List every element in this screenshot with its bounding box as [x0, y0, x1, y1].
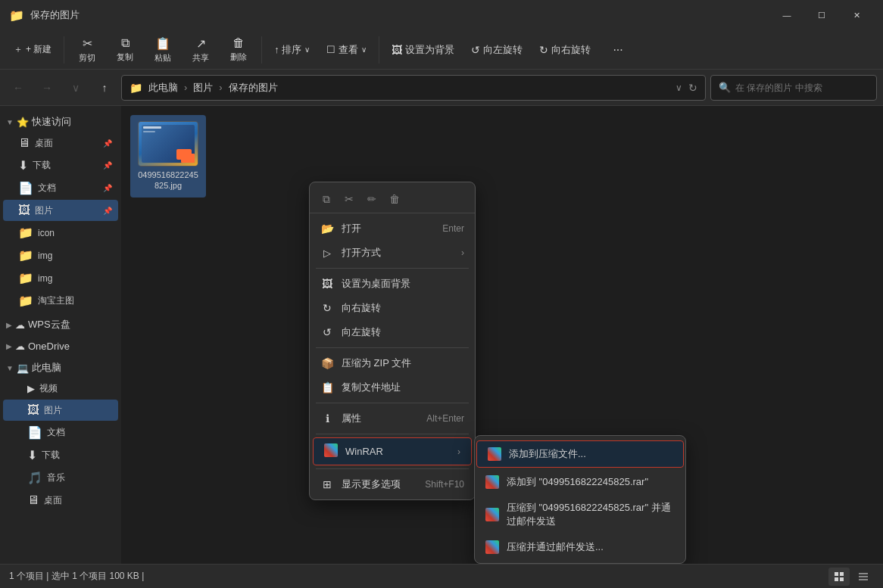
sidebar-item-img-folder[interactable]: 📁 img — [3, 244, 118, 266]
title-bar: 📁 保存的图片 — ☐ ✕ — [0, 0, 883, 30]
ctx-delete-button[interactable]: 🗑 — [384, 188, 405, 210]
chevron-down-icon: ▼ — [6, 364, 14, 372]
new-button[interactable]: ＋ + 新建 — [6, 33, 59, 67]
sidebar-item-video[interactable]: ▶ 视频 — [3, 378, 118, 399]
grid-icon — [834, 571, 844, 582]
sidebar-item-desktop[interactable]: 🖥 桌面 📌 — [3, 132, 118, 154]
rotate-left-button[interactable]: ↺ 向左旋转 — [463, 33, 530, 67]
share-icon: ↗ — [196, 36, 206, 51]
arrow-right-icon: › — [457, 446, 460, 457]
file-item[interactable]: ☐ ⧉ ↗ 🗑 0499516822245825.jpg — [130, 115, 206, 198]
set-bg-button[interactable]: 🖼 设置为背景 — [384, 33, 462, 67]
sidebar-item-documents-pc[interactable]: 📄 文档 — [3, 422, 118, 443]
folder-icon: 📁 — [18, 294, 33, 308]
ctx-properties[interactable]: ℹ 属性 Alt+Enter — [310, 406, 475, 431]
refresh-button[interactable]: ↻ — [688, 82, 697, 94]
pictures-icon: 🖼 — [18, 204, 30, 217]
ctx-separator-2 — [316, 347, 469, 348]
svg-rect-3 — [840, 577, 844, 581]
sort-chevron-icon: ∨ — [304, 45, 310, 54]
view-button[interactable]: ☐ 查看 ∨ — [319, 33, 374, 67]
svg-rect-1 — [840, 572, 844, 576]
sidebar-section-wps: ▶ ☁ WPS云盘 — [0, 315, 121, 334]
ctx-scissors-button[interactable]: ✂ — [339, 188, 360, 210]
path-chevron-icon[interactable]: ∨ — [676, 82, 682, 93]
ctx-separator-4 — [316, 434, 469, 434]
more-button[interactable]: ··· — [600, 33, 636, 67]
paste-icon: 📋 — [155, 36, 170, 51]
sidebar-item-downloads-pc[interactable]: ⬇ 下载 — [3, 444, 118, 466]
view-list-button[interactable] — [853, 568, 874, 586]
openwith-icon: ▷ — [320, 247, 334, 259]
ctx-add-to-rar[interactable]: 添加到 "0499516822245825.rar" — [475, 469, 685, 495]
ctx-rename-button[interactable]: ✏ — [361, 188, 382, 210]
address-path[interactable]: 📁 此电脑 › 图片 › 保存的图片 ∨ ↻ — [121, 75, 706, 101]
ctx-separator-5 — [316, 468, 469, 469]
ctx-winrar[interactable]: WinRAR › 添加到压缩文件... 添加到 "049951682224582… — [313, 437, 472, 465]
ctx-show-more[interactable]: ⊞ 显示更多选项 Shift+F10 — [310, 472, 475, 496]
ctx-rotate-left[interactable]: ↺ 向左旋转 — [310, 320, 475, 344]
up-button[interactable]: ↑ — [92, 76, 117, 100]
sidebar-item-documents[interactable]: 📄 文档 📌 — [3, 177, 118, 199]
maximize-button[interactable]: ☐ — [804, 0, 839, 30]
view-grid-button[interactable] — [828, 568, 850, 586]
ctx-copy-path[interactable]: 📋 复制文件地址 — [310, 375, 475, 400]
ctx-open[interactable]: 📂 打开 Enter — [310, 216, 475, 241]
sidebar-item-pictures-pc[interactable]: 🖼 图片 — [3, 400, 118, 421]
svg-rect-5 — [859, 576, 868, 577]
sidebar-item-pictures[interactable]: 🖼 图片 📌 — [3, 200, 118, 221]
expand-button[interactable]: ∨ — [64, 76, 88, 100]
sidebar-section-onedrive: ▶ ☁ OneDrive — [0, 338, 121, 355]
sidebar-group-wps[interactable]: ▶ ☁ WPS云盘 — [0, 315, 121, 334]
search-input[interactable] — [735, 82, 869, 93]
ctx-add-to-archive[interactable]: 添加到压缩文件... — [476, 440, 684, 468]
rotate-left-icon: ↺ — [471, 44, 480, 56]
ctx-compress-send-email[interactable]: 压缩并通过邮件发送... — [475, 534, 685, 560]
back-button[interactable]: ← — [6, 76, 30, 100]
sidebar-item-desktop-pc[interactable]: 🖥 桌面 — [3, 490, 118, 511]
folder-icon: 📁 — [18, 248, 33, 263]
path-part-computer: 此电脑 — [148, 81, 178, 95]
forward-button[interactable]: → — [35, 76, 59, 100]
ctx-rotate-right[interactable]: ↻ 向右旋转 — [310, 296, 475, 320]
chevron-down-icon: ▼ — [6, 118, 14, 126]
path-sep-1: › — [184, 82, 187, 93]
ctx-compress-zip[interactable]: 📦 压缩为 ZIP 文件 — [310, 351, 475, 375]
sidebar-group-onedrive[interactable]: ▶ ☁ OneDrive — [0, 338, 121, 355]
search-bar[interactable]: 🔍 — [710, 75, 877, 101]
delete-icon: 🗑 — [232, 36, 245, 50]
ctx-set-wallpaper[interactable]: 🖼 设置为桌面背景 — [310, 272, 475, 296]
sidebar-item-img2-folder[interactable]: 📁 img — [3, 267, 118, 289]
status-info: 1 个项目 | 选中 1 个项目 100 KB | — [9, 570, 144, 583]
paste-button[interactable]: 📋 粘贴 — [145, 33, 181, 67]
sidebar-item-music[interactable]: 🎵 音乐 — [3, 467, 118, 489]
new-icon: ＋ — [14, 43, 23, 56]
document-icon: 📄 — [27, 425, 42, 440]
close-button[interactable]: ✕ — [839, 0, 874, 30]
svg-rect-0 — [835, 572, 838, 576]
cut-button[interactable]: ✂ 剪切 — [69, 33, 105, 67]
sidebar-group-quick-access[interactable]: ▼ ⭐ 快速访问 — [0, 112, 121, 132]
onedrive-label: OneDrive — [28, 341, 70, 352]
rotate-right-button[interactable]: ↻ 向右旋转 — [532, 33, 598, 67]
delete-button[interactable]: 🗑 删除 — [220, 33, 257, 67]
ctx-open-with[interactable]: ▷ 打开方式 › — [310, 241, 475, 265]
star-icon: ⭐ — [17, 117, 29, 128]
sidebar-group-this-pc[interactable]: ▼ 💻 此电脑 — [0, 358, 121, 378]
sidebar-item-downloads[interactable]: ⬇ 下载 📌 — [3, 154, 118, 176]
copy-button[interactable]: ⧉ 复制 — [107, 33, 143, 67]
sort-button[interactable]: ↑ 排序 ∨ — [267, 33, 317, 67]
svg-rect-4 — [859, 573, 868, 574]
onedrive-icon: ☁ — [15, 341, 25, 352]
ctx-copy-button[interactable]: ⧉ — [316, 188, 337, 210]
ctx-compress-email[interactable]: 压缩到 "0499516822245825.rar" 并通过邮件发送 — [475, 495, 685, 534]
minimize-button[interactable]: — — [769, 0, 804, 30]
sidebar-item-icon-folder[interactable]: 📁 icon — [3, 222, 118, 244]
winrar-icon — [324, 443, 338, 459]
wallpaper-icon: 🖼 — [320, 278, 334, 290]
share-button[interactable]: ↗ 共享 — [183, 33, 219, 67]
desktop-icon: 🖥 — [18, 136, 30, 150]
pin-icon: 📌 — [103, 184, 112, 192]
rotate-left-icon: ↺ — [320, 326, 334, 338]
sidebar-item-taobao-folder[interactable]: 📁 淘宝主图 — [3, 290, 118, 312]
